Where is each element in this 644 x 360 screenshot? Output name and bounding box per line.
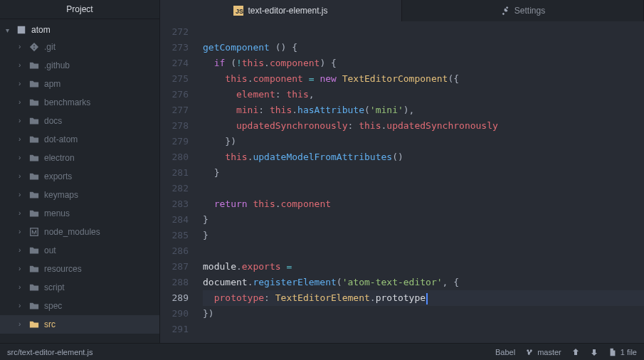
folder-icon bbox=[28, 97, 40, 108]
status-branch[interactable]: master bbox=[525, 348, 561, 356]
code-line[interactable]: element: this, bbox=[203, 87, 644, 102]
code-line[interactable]: getComponent () { bbox=[203, 40, 644, 55]
line-number[interactable]: 280 bbox=[160, 149, 189, 165]
code-line[interactable] bbox=[203, 243, 644, 259]
code-content[interactable]: getComponent () { if (!this.component) {… bbox=[196, 21, 644, 343]
tree-item[interactable]: ›menus bbox=[0, 204, 159, 223]
line-number[interactable]: 290 bbox=[160, 306, 189, 322]
line-number[interactable]: 274 bbox=[160, 55, 189, 71]
code-line[interactable]: }) bbox=[203, 306, 644, 322]
git-icon bbox=[28, 41, 40, 53]
tree-item-label: docs bbox=[44, 114, 62, 128]
folder-icon bbox=[28, 300, 40, 312]
code-editor[interactable]: 2722732742752762772782792802812822832842… bbox=[160, 21, 644, 343]
tree-item-label: spec bbox=[44, 299, 62, 313]
code-line[interactable]: this.updateModelFromAttributes() bbox=[203, 149, 644, 165]
code-line[interactable]: this.component = new TextEditorComponent… bbox=[203, 71, 644, 87]
tree-item-label: keymaps bbox=[44, 188, 78, 202]
code-line[interactable]: } bbox=[203, 212, 644, 228]
tree-item-label: .github bbox=[44, 58, 70, 73]
chevron-right-icon: › bbox=[19, 114, 26, 128]
tree-item-label: node_modules bbox=[44, 225, 100, 239]
line-number[interactable]: 283 bbox=[160, 196, 189, 212]
tree-item[interactable]: ›benchmarks bbox=[0, 93, 159, 112]
line-number[interactable]: 278 bbox=[160, 118, 189, 134]
code-line[interactable] bbox=[203, 322, 644, 337]
tree-item[interactable]: ›script bbox=[0, 278, 159, 297]
tree-item-label: .git bbox=[44, 40, 56, 54]
status-path[interactable]: src/text-editor-element.js bbox=[7, 348, 93, 356]
status-grammar[interactable]: Babel bbox=[495, 348, 515, 356]
code-line[interactable]: updatedSynchronously: this.updatedSynchr… bbox=[203, 118, 644, 134]
tab[interactable]: Settings bbox=[402, 0, 644, 21]
tree-item[interactable]: ›dot-atom bbox=[0, 130, 159, 149]
tree-item[interactable]: ›docs bbox=[0, 112, 159, 130]
chevron-right-icon: › bbox=[19, 225, 26, 239]
svg-text:JS: JS bbox=[236, 8, 243, 15]
chevron-right-icon: › bbox=[19, 280, 26, 295]
tab-label: Settings bbox=[514, 6, 545, 16]
tree-item[interactable]: ›electron bbox=[0, 149, 159, 167]
line-number[interactable]: 272 bbox=[160, 24, 189, 40]
tree-item-label: benchmarks bbox=[44, 95, 90, 110]
status-files[interactable]: 1 file bbox=[608, 348, 637, 356]
git-pull-icon[interactable] bbox=[590, 348, 598, 356]
chevron-right-icon: › bbox=[19, 132, 26, 147]
line-number[interactable]: 287 bbox=[160, 259, 189, 275]
chevron-right-icon: › bbox=[19, 58, 26, 73]
folder-icon bbox=[28, 282, 40, 293]
tree-item[interactable]: ›.github bbox=[0, 56, 159, 75]
tab[interactable]: JStext-editor-element.js bbox=[160, 0, 402, 21]
folder-icon bbox=[28, 78, 40, 90]
tree-item-label: menus bbox=[44, 206, 70, 221]
line-gutter: 2722732742752762772782792802812822832842… bbox=[160, 21, 196, 343]
line-number[interactable]: 288 bbox=[160, 275, 189, 290]
code-line[interactable]: if (!this.component) { bbox=[203, 55, 644, 71]
file-tree[interactable]: ▾ atom ›.git›.github›apm›benchmarks›docs… bbox=[0, 19, 159, 343]
line-number[interactable]: 279 bbox=[160, 134, 189, 149]
tree-item[interactable]: ›apm bbox=[0, 75, 159, 93]
code-line[interactable]: prototype: TextEditorElement.prototype bbox=[203, 290, 644, 306]
tree-item[interactable]: ›node_modules bbox=[0, 223, 159, 241]
line-number[interactable]: 281 bbox=[160, 165, 189, 181]
tree-item[interactable]: ›out bbox=[0, 241, 159, 260]
code-line[interactable] bbox=[203, 24, 644, 40]
editor-area: JStext-editor-element.jsSettings 2722732… bbox=[160, 0, 644, 343]
folder-icon bbox=[28, 319, 40, 330]
line-number[interactable]: 286 bbox=[160, 243, 189, 259]
tree-item-label: resources bbox=[44, 262, 82, 276]
code-line[interactable]: } bbox=[203, 165, 644, 181]
line-number[interactable]: 284 bbox=[160, 212, 189, 228]
code-line[interactable]: } bbox=[203, 228, 644, 243]
line-number[interactable]: 289 bbox=[160, 290, 189, 306]
folder-icon bbox=[28, 152, 40, 164]
line-number[interactable]: 275 bbox=[160, 71, 189, 87]
line-number[interactable]: 285 bbox=[160, 228, 189, 243]
code-line[interactable]: document.registerElement('atom-text-edit… bbox=[203, 275, 644, 290]
line-number[interactable]: 277 bbox=[160, 102, 189, 118]
line-number[interactable]: 276 bbox=[160, 87, 189, 102]
git-push-icon[interactable] bbox=[571, 348, 580, 356]
tree-item-label: dot-atom bbox=[44, 132, 78, 147]
git-branch-icon bbox=[525, 348, 534, 356]
tree-item[interactable]: ›exports bbox=[0, 167, 159, 186]
tree-item[interactable]: ›src bbox=[0, 315, 159, 334]
line-number[interactable]: 282 bbox=[160, 181, 189, 196]
tree-item[interactable]: ›spec bbox=[0, 297, 159, 315]
tree-item[interactable]: ›resources bbox=[0, 260, 159, 278]
code-line[interactable]: }) bbox=[203, 134, 644, 149]
tab-label: text-editor-element.js bbox=[248, 6, 327, 16]
folder-icon bbox=[28, 134, 40, 145]
line-number[interactable]: 291 bbox=[160, 322, 189, 337]
code-line[interactable]: mini: this.hasAttribute('mini'), bbox=[203, 102, 644, 118]
code-line[interactable] bbox=[203, 181, 644, 196]
tree-item[interactable]: ›.git bbox=[0, 38, 159, 56]
folder-icon bbox=[28, 263, 40, 275]
tree-item[interactable]: ›keymaps bbox=[0, 186, 159, 204]
chevron-right-icon: › bbox=[19, 262, 26, 276]
line-number[interactable]: 273 bbox=[160, 40, 189, 55]
code-line[interactable]: return this.component bbox=[203, 196, 644, 212]
code-line[interactable]: module.exports = bbox=[203, 259, 644, 275]
tree-item-label: exports bbox=[44, 169, 72, 184]
tree-root[interactable]: ▾ atom bbox=[0, 22, 159, 38]
